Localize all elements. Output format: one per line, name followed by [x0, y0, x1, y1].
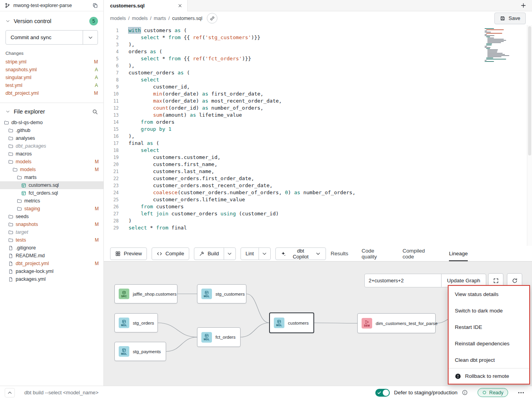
lineage-node-stg-payments[interactable]: MDLstg_payments [114, 342, 166, 361]
compile-button[interactable]: Compile [152, 247, 189, 260]
preview-button[interactable]: Preview [110, 247, 147, 260]
new-tab-button[interactable] [520, 2, 527, 9]
search-icon[interactable] [92, 109, 98, 115]
editor-tab-customers[interactable]: customers.sql [104, 0, 188, 11]
tree-item-staging[interactable]: stagingM [0, 205, 103, 213]
breadcrumb-item-models[interactable]: models [132, 16, 148, 21]
lineage-node-customers[interactable]: MDLcustomers [269, 312, 314, 333]
code-line-9[interactable]: 9 customer_id, [104, 83, 532, 90]
code-line-4[interactable]: 4orders as ( [104, 48, 532, 55]
dbt-copilot-button[interactable]: dbt Copilot [275, 247, 326, 260]
code-line-25[interactable]: 25 customer_orders.lifetime_value [104, 196, 532, 203]
code-line-8[interactable]: 8 select [104, 76, 532, 83]
tree-item-db-sl-qs-demo[interactable]: db-sl-qs-demo [0, 119, 103, 126]
breadcrumb-item-marts[interactable]: marts [154, 16, 166, 21]
context-menu-item-view-status-details[interactable]: View status details [449, 286, 529, 302]
tree-item-github[interactable]: .github [0, 126, 103, 134]
tree-item-marts[interactable]: marts [0, 173, 103, 181]
command-preview[interactable]: dbt build --select <model_name> [24, 390, 98, 395]
code-editor[interactable]: 1with customers as (2 select * from {{ r… [104, 25, 532, 246]
result-tab-results[interactable]: Results [331, 246, 348, 261]
copy-project-button[interactable] [92, 2, 99, 9]
lint-options-dropdown[interactable] [259, 248, 270, 260]
code-line-27[interactable]: 27 left join customer_orders using (cust… [104, 210, 532, 217]
tree-item-snapshots[interactable]: snapshotsM [0, 220, 103, 228]
changed-file-dbt-project-yml[interactable]: dbt_project.ymlM [0, 89, 103, 97]
code-line-2[interactable]: 2 select * from {{ ref('stg_customers')}… [104, 34, 532, 41]
defer-toggle[interactable] [375, 389, 390, 397]
context-menu-item-reinstall-dependencies[interactable]: Reinstall dependencies [449, 335, 529, 352]
lineage-node-stg-orders[interactable]: MDLstg_orders [114, 313, 158, 332]
code-line-3[interactable]: 3), [104, 41, 532, 48]
result-tab-lineage[interactable]: Lineage [449, 246, 468, 261]
code-line-26[interactable]: 26 from customers [104, 203, 532, 210]
lineage-selector-input[interactable] [364, 274, 442, 287]
code-line-6[interactable]: 6), [104, 62, 532, 69]
context-menu-item-switch-to-dark-mode[interactable]: Switch to dark mode [449, 302, 529, 319]
code-line-20[interactable]: 20 customers.first_name, [104, 161, 532, 168]
tree-item-packages-yml[interactable]: packages.yml [0, 275, 103, 283]
editor-minimap[interactable] [485, 28, 507, 62]
lineage-node-fct-orders[interactable]: MDLfct_orders [197, 327, 241, 347]
code-line-29[interactable]: 29select * from final [104, 224, 532, 231]
breadcrumb-item-customers-sql[interactable]: customers.sql [172, 16, 202, 21]
lineage-node-jaffle-shop-customers[interactable]: SRCjaffle_shop.customers [114, 284, 177, 303]
tree-item-customers-sql[interactable]: customers.sql [0, 181, 103, 189]
tree-item-tests[interactable]: testsM [0, 236, 103, 244]
tree-item-metrics[interactable]: metrics [0, 197, 103, 205]
changed-file-snapshots-yml[interactable]: snapshots.ymlA [0, 66, 103, 74]
close-icon[interactable] [177, 3, 183, 8]
code-line-17[interactable]: 17final as ( [104, 140, 532, 147]
changed-file-stripe-yml[interactable]: stripe.ymlM [0, 58, 103, 66]
status-badge[interactable]: Ready [478, 388, 508, 397]
expand-command-bar-button[interactable] [5, 388, 15, 397]
code-line-24[interactable]: 24 coalesce(customer_orders.number_of_or… [104, 189, 532, 196]
tree-item-package-lock-yml[interactable]: package-lock.yml [0, 267, 103, 275]
tree-item-target[interactable]: target [0, 228, 103, 236]
breadcrumb-item-models[interactable]: models [110, 16, 126, 21]
code-line-23[interactable]: 23 customer_orders.most_recent_order_dat… [104, 182, 532, 189]
tree-item-fct-orders-sql[interactable]: fct_orders.sql [0, 189, 103, 197]
code-line-5[interactable]: 5 select * from {{ ref('fct_orders')}} [104, 55, 532, 62]
code-line-28[interactable]: 28) [104, 217, 532, 224]
lint-button[interactable]: Lint [241, 248, 259, 260]
build-options-dropdown[interactable] [224, 248, 235, 260]
code-line-14[interactable]: 14 from orders [104, 119, 532, 126]
context-menu-item-rollback-to-remote[interactable]: Rollback to remote [449, 368, 529, 384]
tree-item-dbt-project-yml[interactable]: dbt_project.ymlM [0, 260, 103, 267]
code-line-19[interactable]: 19 customers.customer_id, [104, 154, 532, 161]
tree-item-macros[interactable]: macros [0, 150, 103, 158]
tree-item-dbt-packages[interactable]: dbt_packages [0, 142, 103, 150]
editor-scrollbar[interactable] [527, 25, 532, 246]
changed-file-singular-yml[interactable]: singular.ymlA [0, 74, 103, 81]
code-line-10[interactable]: 10 min(order_date) as first_order_date, [104, 90, 532, 97]
tree-item-gitignore[interactable]: .gitignore [0, 244, 103, 252]
context-menu-item-clean-dbt-project[interactable]: Clean dbt project [449, 352, 529, 368]
code-line-16[interactable]: 16), [104, 133, 532, 140]
code-line-15[interactable]: 15 group by 1 [104, 126, 532, 133]
code-line-12[interactable]: 12 count(order_id) as number_of_orders, [104, 105, 532, 112]
save-button[interactable]: Save [494, 13, 526, 24]
code-line-7[interactable]: 7customer_orders as ( [104, 69, 532, 76]
file-link-button[interactable] [207, 13, 217, 23]
code-line-21[interactable]: 21 customers.last_name, [104, 168, 532, 175]
more-options-button[interactable] [515, 388, 527, 398]
context-menu-item-restart-ide[interactable]: Restart IDE [449, 319, 529, 335]
code-line-1[interactable]: 1with customers as ( [104, 27, 532, 34]
code-line-13[interactable]: 13 sum(amount) as lifetime_value [104, 112, 532, 119]
chevron-down-icon[interactable] [5, 109, 10, 114]
help-icon[interactable] [462, 390, 468, 395]
result-tab-compiled-code[interactable]: Compiled code [402, 246, 436, 261]
tree-item-seeds[interactable]: seeds [0, 213, 103, 220]
lineage-node-dim-customers-test-for-parse[interactable]: SEMdim_customers_test_for_parse [357, 313, 436, 333]
lineage-node-stg-customers[interactable]: MDLstg_customers [197, 284, 246, 303]
code-line-22[interactable]: 22 customer_orders.first_order_date, [104, 175, 532, 182]
chevron-down-icon[interactable] [5, 19, 10, 23]
result-tab-code-quality[interactable]: Code quality [362, 246, 389, 261]
tree-item-models[interactable]: modelsM [0, 166, 103, 173]
tree-item-analyses[interactable]: analyses [0, 134, 103, 142]
scrollbar-thumb[interactable] [528, 26, 531, 155]
build-button[interactable]: Build [194, 248, 224, 260]
code-line-11[interactable]: 11 max(order_date) as most_recent_order_… [104, 97, 532, 105]
commit-and-sync-button[interactable]: Commit and sync [6, 31, 83, 44]
